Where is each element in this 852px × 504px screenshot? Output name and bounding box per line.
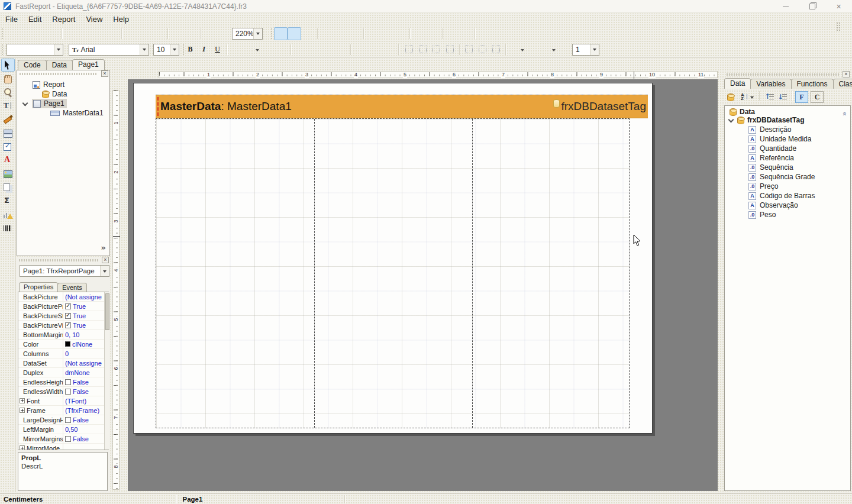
aggregate-tool[interactable]: [1, 195, 15, 208]
tab-properties[interactable]: Properties: [19, 282, 58, 292]
chevron-down-icon[interactable]: [140, 44, 149, 55]
close-icon[interactable]: ×: [101, 70, 108, 77]
property-row[interactable]: EndlessHeight False: [18, 377, 108, 387]
valign-center-button[interactable]: [367, 43, 380, 56]
expand-plus-icon[interactable]: [20, 408, 25, 413]
field-row[interactable]: .0 Peso: [725, 210, 850, 219]
fit-to-grid-button[interactable]: [301, 27, 315, 40]
object-selector-combobox[interactable]: Page1: TfrxReportPage: [20, 265, 109, 277]
zoom-tool[interactable]: [1, 86, 15, 99]
font-name-combobox[interactable]: Tr Arial: [69, 44, 149, 56]
close-button[interactable]: ×: [825, 0, 852, 13]
checkbox-icon[interactable]: [65, 303, 71, 309]
band-tool[interactable]: [1, 127, 15, 140]
report-page[interactable]: MasterData: MasterData1 frxDBDatasetTag: [133, 83, 653, 434]
open-button[interactable]: [18, 27, 32, 40]
property-row[interactable]: LeftMargin 0,50: [18, 425, 108, 434]
save-button[interactable]: [32, 27, 46, 40]
italic-button[interactable]: I: [197, 43, 211, 56]
close-icon[interactable]: ×: [843, 71, 850, 77]
line-width-combobox[interactable]: 1: [572, 44, 599, 56]
show-grid-button[interactable]: [274, 27, 288, 40]
collapse-all-button[interactable]: [763, 91, 776, 103]
align-rights-button[interactable]: [347, 27, 361, 40]
field-row[interactable]: A Unidade Medida: [725, 134, 850, 144]
menu-help[interactable]: Help: [108, 13, 134, 26]
hand-tool[interactable]: [1, 72, 15, 85]
delete-page-button[interactable]: [92, 27, 105, 40]
expand-all-button[interactable]: [776, 91, 789, 103]
checkbox-icon[interactable]: [65, 417, 71, 423]
property-row[interactable]: MirrorMargins False: [18, 434, 108, 444]
minimize-button[interactable]: [772, 0, 799, 13]
page-settings-button[interactable]: [105, 27, 119, 40]
scrollbar-thumb[interactable]: [105, 293, 109, 330]
expand-plus-icon[interactable]: [20, 445, 25, 450]
highlight-button[interactable]: [261, 43, 275, 56]
new-report-button[interactable]: [5, 27, 18, 40]
new-page-button[interactable]: [64, 27, 78, 40]
checkbox-icon[interactable]: [65, 389, 71, 395]
text-tool[interactable]: [1, 99, 15, 112]
chevron-down-icon[interactable]: [253, 28, 262, 39]
property-row[interactable]: BackPictureSt True: [18, 311, 108, 321]
chevron-down-icon[interactable]: [590, 44, 599, 55]
field-row[interactable]: A Descrição: [725, 125, 850, 134]
frame-edit-button[interactable]: [489, 43, 503, 56]
checkbox-icon[interactable]: [65, 322, 71, 328]
tree-node-data[interactable]: Data: [17, 89, 109, 99]
align-justify-button[interactable]: [334, 43, 348, 56]
copy-button[interactable]: [138, 27, 151, 40]
tab-functions[interactable]: Functions: [791, 79, 834, 89]
underline-button[interactable]: U: [211, 43, 224, 56]
expand-plus-icon[interactable]: [20, 398, 25, 403]
field-row[interactable]: .0 Quantidade: [725, 144, 850, 153]
same-height-button[interactable]: [491, 27, 505, 40]
property-row[interactable]: DataSet (Not assigne: [18, 358, 108, 368]
property-row[interactable]: Color clNone: [18, 340, 108, 349]
tree-node-masterdata1[interactable]: MasterData1: [17, 108, 109, 118]
zoom-combobox[interactable]: 220%: [232, 28, 263, 40]
property-row[interactable]: BackPictureVis True: [18, 321, 108, 330]
font-color-button[interactable]: [243, 43, 261, 56]
tree-node-dataset[interactable]: frxDBDatasetTag: [725, 115, 850, 125]
frame-right-button[interactable]: [443, 43, 457, 56]
field-row[interactable]: A Observação: [725, 201, 850, 210]
field-row[interactable]: A Código de Barras: [725, 191, 850, 201]
menu-report[interactable]: Report: [47, 13, 80, 26]
panel-drag-handle[interactable]: ×: [17, 70, 109, 77]
preview-button[interactable]: [46, 27, 59, 40]
align-middles-button[interactable]: [380, 27, 393, 40]
tab-data-right[interactable]: Data: [724, 78, 751, 89]
text-rotation-button[interactable]: [230, 43, 243, 56]
checkbox-icon[interactable]: [65, 379, 71, 385]
tab-code[interactable]: Code: [18, 60, 47, 70]
field-row[interactable]: .0 Sequência Grade: [725, 172, 850, 182]
field-row[interactable]: .0 Preço: [725, 182, 850, 191]
chevron-expanded-icon[interactable]: [728, 117, 734, 122]
frame-bottom-button[interactable]: [416, 43, 430, 56]
align-to-grid-button[interactable]: [288, 27, 301, 40]
undo-button[interactable]: [170, 27, 184, 40]
dataset-button[interactable]: [724, 91, 737, 103]
tab-variables[interactable]: Variables: [750, 79, 791, 89]
frame-none-button[interactable]: [476, 43, 489, 56]
redo-button[interactable]: [184, 27, 198, 40]
tab-data[interactable]: Data: [46, 60, 73, 70]
fields-toggle-button[interactable]: F: [795, 91, 808, 103]
chart-tool[interactable]: [1, 208, 15, 221]
frame-all-button[interactable]: [462, 43, 476, 56]
line-color-button[interactable]: [540, 43, 557, 56]
fill-color-button[interactable]: [508, 43, 526, 56]
align-centers-button[interactable]: [334, 27, 347, 40]
center-horizontally-button[interactable]: [445, 27, 459, 40]
format-copy-tool[interactable]: [1, 113, 15, 126]
property-row[interactable]: BottomMargin 0, 10: [18, 330, 108, 340]
chevron-down-icon[interactable]: [750, 91, 756, 103]
property-row[interactable]: BackPicturePri True: [18, 302, 108, 311]
property-grid-scrollbar[interactable]: [104, 292, 109, 450]
valign-bottom-button[interactable]: [380, 43, 394, 56]
group-button[interactable]: [203, 27, 217, 40]
tree-node-data-root[interactable]: Data: [725, 106, 850, 115]
same-width-button[interactable]: [477, 27, 491, 40]
